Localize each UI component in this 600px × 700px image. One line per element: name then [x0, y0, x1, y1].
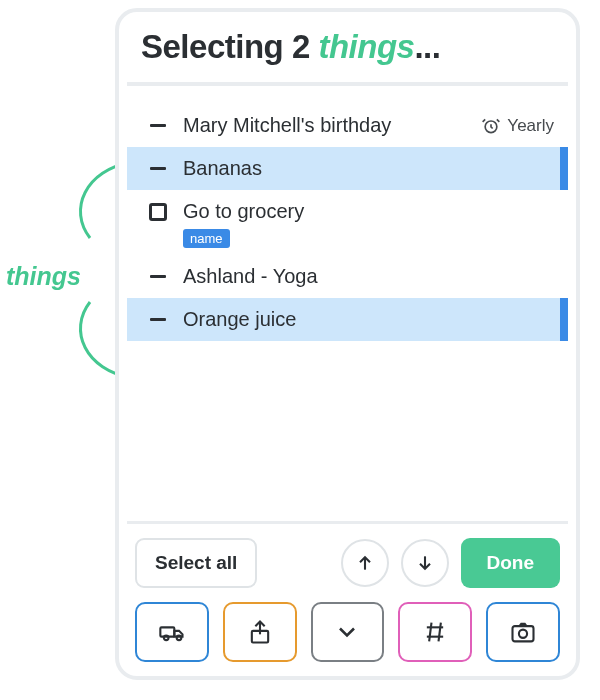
camera-icon — [509, 618, 537, 646]
title-prefix: Selecting 2 — [141, 28, 318, 65]
item-label: Go to grocery — [183, 200, 554, 223]
annotation-label: things — [6, 262, 81, 291]
item-label: Bananas — [183, 157, 546, 180]
select-all-button[interactable]: Select all — [135, 538, 257, 588]
footer-top-row: Select all Done — [135, 538, 560, 588]
svg-point-3 — [177, 636, 182, 641]
item-label: Orange juice — [183, 308, 546, 331]
move-down-button[interactable] — [401, 539, 449, 587]
camera-button[interactable] — [486, 602, 560, 662]
share-button[interactable] — [223, 602, 297, 662]
item-label: Mary Mitchell's birthday — [183, 114, 481, 137]
title-bar: Selecting 2 things... — [127, 18, 568, 86]
tag-button[interactable] — [398, 602, 472, 662]
list-item[interactable]: Bananas — [127, 147, 568, 190]
alarm-icon — [481, 116, 501, 136]
hash-icon — [421, 618, 449, 646]
share-icon — [246, 618, 274, 646]
dash-icon — [145, 167, 171, 170]
item-list: Mary Mitchell's birthday Yearly Bananas … — [127, 86, 568, 521]
move-button[interactable] — [135, 602, 209, 662]
dash-icon — [145, 124, 171, 127]
truck-icon — [158, 618, 186, 646]
footer-actions-row — [135, 602, 560, 662]
svg-point-6 — [519, 630, 527, 638]
svg-point-2 — [164, 636, 169, 641]
arrow-down-icon — [415, 553, 435, 573]
selection-panel: Selecting 2 things... Mary Mitchell's bi… — [115, 8, 580, 680]
list-item[interactable]: Orange juice — [127, 298, 568, 341]
title-suffix: ... — [414, 28, 440, 65]
footer: Select all Done — [127, 521, 568, 666]
recurrence-badge: Yearly — [481, 116, 554, 136]
page-title: Selecting 2 things... — [141, 28, 554, 66]
recurrence-text: Yearly — [507, 116, 554, 136]
done-button[interactable]: Done — [461, 538, 561, 588]
title-accent: things — [318, 28, 414, 65]
dash-icon — [145, 275, 171, 278]
expand-button[interactable] — [311, 602, 385, 662]
checkbox-icon[interactable] — [145, 203, 171, 221]
list-item[interactable]: Go to grocery — [127, 190, 568, 233]
list-item[interactable]: Mary Mitchell's birthday Yearly — [127, 104, 568, 147]
arrow-up-icon — [355, 553, 375, 573]
dash-icon — [145, 318, 171, 321]
svg-rect-5 — [513, 626, 534, 641]
move-up-button[interactable] — [341, 539, 389, 587]
list-item[interactable]: Ashland - Yoga — [127, 255, 568, 298]
chevron-down-icon — [333, 618, 361, 646]
item-label: Ashland - Yoga — [183, 265, 554, 288]
